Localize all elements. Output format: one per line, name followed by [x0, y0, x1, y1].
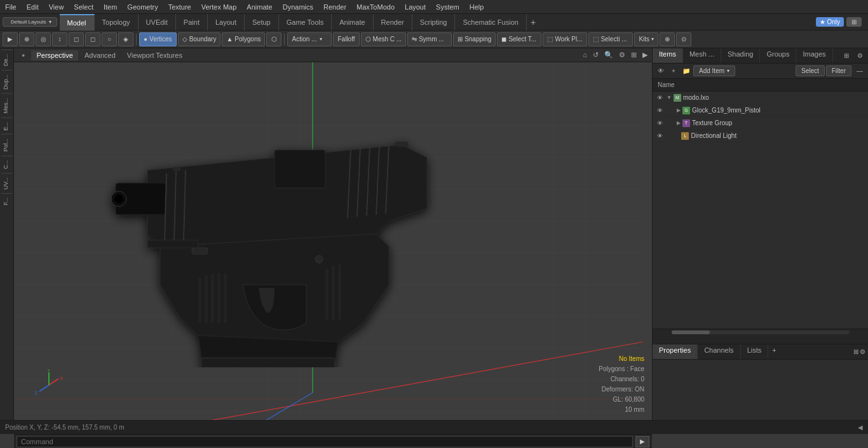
vp-tab-viewport-textures[interactable]: Viewport Textures	[122, 50, 187, 60]
sidebar-tab-uv[interactable]: UV...	[1, 173, 13, 193]
item-row-modo-lxo[interactable]: 👁 ▼ M modo.lxo	[653, 92, 868, 104]
right-toolbar-icon-add[interactable]: +	[668, 65, 679, 77]
menu-item[interactable]: Item	[98, 2, 122, 12]
tab-game-tools[interactable]: Game Tools	[279, 14, 332, 31]
props-tab-properties[interactable]: Properties	[653, 344, 698, 359]
item-arrow-glock[interactable]: ▶	[677, 107, 681, 113]
extra-btn-1[interactable]: ⊕	[660, 32, 675, 46]
menu-geometry[interactable]: Geometry	[122, 2, 163, 12]
props-tab-lists[interactable]: Lists	[741, 344, 769, 359]
tab-uvedit[interactable]: UVEdit	[139, 14, 176, 31]
vp-icon-zoom[interactable]: 🔍	[602, 50, 615, 60]
item-row-glock[interactable]: 👁 ▶ G Glock_G19_9mm_Pistol	[653, 104, 868, 117]
tool-btn-8[interactable]: ◈	[118, 32, 133, 46]
falloff-btn[interactable]: Falloff	[333, 32, 359, 46]
vp-tab-perspective[interactable]: Perspective	[31, 50, 78, 60]
tool-btn-6[interactable]: ◻	[85, 32, 100, 46]
right-toolbar-icon-eye[interactable]: 👁	[655, 65, 667, 77]
tab-setup[interactable]: Setup	[245, 14, 279, 31]
select-button[interactable]: Select	[796, 65, 825, 76]
right-panel-icon-settings[interactable]: ⚙	[854, 50, 865, 62]
selecti-btn[interactable]: ⬚ Selecti ...	[588, 32, 633, 46]
menu-texture[interactable]: Texture	[163, 2, 196, 12]
right-tab-mesh[interactable]: Mesh ...	[683, 48, 721, 63]
menu-maxtomodo[interactable]: MaxToModo	[351, 2, 400, 12]
menu-file[interactable]: File	[0, 2, 22, 12]
right-tab-shading[interactable]: Shading	[721, 48, 760, 63]
maximize-button[interactable]: ⊞	[846, 17, 862, 27]
tab-paint[interactable]: Paint	[176, 14, 208, 31]
item-row-directional-light[interactable]: 👁 L Directional Light	[653, 130, 868, 142]
right-toolbar-icon-folder[interactable]: 📁	[681, 65, 692, 77]
menu-animate[interactable]: Animate	[241, 2, 277, 12]
item-eye-directional-light[interactable]: 👁	[655, 132, 664, 140]
item-eye-texture-group[interactable]: 👁	[655, 119, 664, 128]
menu-system[interactable]: System	[431, 2, 465, 12]
filter-button[interactable]: Filter	[826, 65, 851, 76]
snapping-btn[interactable]: ⊞ Snapping	[453, 32, 496, 46]
props-tab-channels[interactable]: Channels	[698, 344, 740, 359]
vp-icon-more[interactable]: ▶	[641, 50, 649, 60]
extra-btn-2[interactable]: ⊙	[676, 32, 691, 46]
menu-edit[interactable]: Edit	[22, 2, 44, 12]
add-item-button[interactable]: Add Item ▾	[693, 65, 735, 76]
layout-dropdown[interactable]: Default Layouts ▾	[3, 17, 57, 27]
tool-btn-3[interactable]: ◎	[36, 32, 51, 46]
menu-view[interactable]: View	[44, 2, 69, 12]
props-icon-resize[interactable]: ⊞	[853, 348, 858, 355]
right-panel-scrollbar[interactable]	[653, 329, 868, 344]
tab-animate[interactable]: Animate	[332, 14, 373, 31]
menu-layout[interactable]: Layout	[400, 2, 431, 12]
kits-btn[interactable]: Kits ▾	[634, 32, 658, 46]
props-icon-settings[interactable]: ⚙	[860, 348, 865, 355]
sidebar-tab-dup[interactable]: Dup...	[1, 70, 13, 93]
tab-schematic-fusion[interactable]: Schematic Fusion	[455, 14, 526, 31]
tool-btn-5[interactable]: ◻	[69, 32, 84, 46]
select-t-btn[interactable]: ◼ Select T...	[497, 32, 541, 46]
tool-btn-4[interactable]: ↕	[52, 32, 67, 46]
mode-extra-btn[interactable]: ⬡	[266, 32, 281, 46]
mesh-c-btn[interactable]: ⬡ Mesh C ...	[361, 32, 407, 46]
sidebar-tab-e[interactable]: E...	[1, 118, 13, 135]
tool-btn-2[interactable]: ⊕	[19, 32, 34, 46]
item-eye-modo-lxo[interactable]: 👁	[655, 93, 664, 102]
vp-icon-home[interactable]: ⌂	[581, 50, 589, 60]
vp-icon-settings[interactable]: ⚙	[617, 50, 627, 60]
tab-model[interactable]: Model	[60, 14, 95, 31]
arrow-left-icon[interactable]: ◀	[858, 424, 863, 431]
item-arrow-texture-group[interactable]: ▶	[677, 120, 681, 126]
add-layout-button[interactable]: +	[527, 16, 539, 29]
mode-boundary-btn[interactable]: ◇ Boundary	[178, 32, 221, 46]
mode-vertices-btn[interactable]: ● Vertices	[139, 32, 177, 46]
sidebar-tab-c[interactable]: C...	[1, 156, 13, 173]
command-submit-button[interactable]: ▶	[635, 436, 649, 447]
menu-render[interactable]: Render	[318, 2, 351, 12]
menu-vertex-map[interactable]: Vertex Map	[196, 2, 242, 12]
tab-scripting[interactable]: Scripting	[412, 14, 456, 31]
right-tab-groups[interactable]: Groups	[760, 48, 796, 63]
right-toolbar-icon-minus[interactable]: —	[854, 65, 865, 77]
work-pl-btn[interactable]: ⬚ Work Pl...	[543, 32, 587, 46]
viewport[interactable]: ● Perspective Advanced Viewport Textures…	[14, 48, 652, 420]
symm-btn[interactable]: ⇋ Symm ...	[407, 32, 452, 46]
vp-tab-advanced[interactable]: Advanced	[79, 50, 121, 60]
tool-select-btn[interactable]: ▶	[3, 32, 18, 46]
menu-dynamics[interactable]: Dynamics	[278, 2, 318, 12]
tab-topology[interactable]: Topology	[95, 14, 139, 31]
sidebar-tab-mes[interactable]: Mes...	[1, 93, 13, 118]
vp-icon-rotate[interactable]: ↺	[591, 50, 600, 60]
star-only-button[interactable]: ★ Only	[816, 17, 844, 27]
command-input[interactable]	[17, 436, 633, 447]
menu-help[interactable]: Help	[465, 2, 489, 12]
item-arrow-modo-lxo[interactable]: ▼	[667, 95, 672, 100]
props-add-button[interactable]: +	[768, 344, 780, 359]
canvas-area[interactable]: No Items Polygons : Face Channels: 0 Def…	[14, 62, 652, 420]
menu-select[interactable]: Select	[69, 2, 98, 12]
sidebar-tab-de[interactable]: De...	[1, 50, 13, 70]
vp-icon-expand[interactable]: ⊞	[629, 50, 639, 60]
right-panel-icon-resize[interactable]: ⊞	[841, 50, 852, 62]
right-tab-items[interactable]: Items	[653, 48, 683, 63]
tool-btn-7[interactable]: ○	[102, 32, 117, 46]
mode-polygons-btn[interactable]: ▲ Polygons	[222, 32, 265, 46]
sidebar-tab-pol[interactable]: Pol...	[1, 134, 13, 156]
